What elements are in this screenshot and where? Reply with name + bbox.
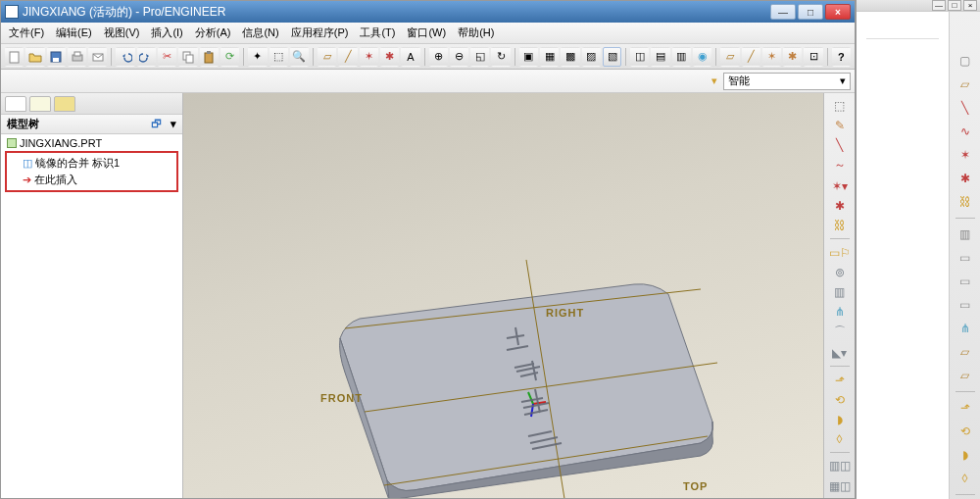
- tool-datum-point-icon[interactable]: ✶: [360, 47, 378, 67]
- tool-zoom-fit-icon[interactable]: ◱: [470, 47, 489, 67]
- sidebar-tab-favorites[interactable]: [54, 96, 75, 112]
- rtool-shell-icon[interactable]: ▥: [828, 283, 852, 300]
- rtool-draft-icon[interactable]: ⋔: [828, 303, 852, 320]
- tool-view-mgr-icon[interactable]: ◫: [630, 47, 649, 67]
- minimize-button[interactable]: —: [770, 4, 796, 20]
- rtool-flag-icon[interactable]: ▭⚐: [828, 244, 852, 261]
- tool-wireframe-icon[interactable]: ▣: [519, 47, 538, 67]
- sec-tool-chain-icon[interactable]: ⛓: [954, 192, 977, 212]
- tool-plane-disp-icon[interactable]: ▱: [720, 47, 739, 67]
- rtool-line-icon[interactable]: ╲: [828, 136, 852, 153]
- tool-orient-icon[interactable]: ↻: [491, 47, 510, 67]
- tree-menu-icon[interactable]: ▾: [171, 118, 176, 129]
- tool-save-icon[interactable]: [47, 47, 66, 67]
- menu-file[interactable]: 文件(F): [5, 24, 48, 42]
- tool-annot-disp-icon[interactable]: ⊡: [804, 47, 822, 67]
- rtool-revolve-icon[interactable]: ⟲: [828, 391, 852, 408]
- tool-annot-icon[interactable]: A: [401, 47, 419, 67]
- tool-paste-icon[interactable]: [200, 47, 219, 67]
- rtool-extrude-icon[interactable]: ⬏: [828, 372, 852, 388]
- sec-tool-rev-icon[interactable]: ⟲: [954, 422, 977, 441]
- menu-help[interactable]: 帮助(H): [454, 24, 498, 42]
- sec-tool-swp-icon[interactable]: ◗: [954, 445, 977, 465]
- sec-max-button[interactable]: □: [948, 0, 961, 11]
- sidebar-tab-layer[interactable]: [29, 96, 51, 112]
- tool-datum-plane-icon[interactable]: ▱: [318, 47, 336, 67]
- tool-layers-icon[interactable]: ▤: [651, 47, 669, 67]
- tool-help-icon[interactable]: ?: [832, 47, 851, 67]
- sec-tool-line-icon[interactable]: ╲: [954, 98, 977, 118]
- tool-shaded-icon[interactable]: ▨: [582, 47, 601, 67]
- tool-redo-icon[interactable]: [137, 47, 156, 67]
- tool-shaded-edges-icon[interactable]: ▧: [603, 47, 621, 67]
- sec-tool-plane-icon[interactable]: ▱: [954, 75, 977, 94]
- rtool-round-icon[interactable]: ⌒: [828, 323, 852, 341]
- rtool-edit-icon[interactable]: ✎: [828, 117, 852, 133]
- menu-analyze[interactable]: 分析(A): [191, 24, 235, 42]
- sec-tool-box2-icon[interactable]: ▭: [954, 248, 977, 268]
- rtool-pattern-icon[interactable]: ▦◫: [828, 477, 852, 494]
- sec-tool-page-icon[interactable]: ▢: [954, 51, 977, 71]
- rtool-spline-icon[interactable]: ～: [828, 156, 852, 175]
- menu-window[interactable]: 窗口(W): [403, 24, 450, 42]
- sec-tool-curve-icon[interactable]: ∿: [954, 122, 977, 141]
- tool-point-disp-icon[interactable]: ✶: [762, 47, 781, 67]
- sec-min-button[interactable]: —: [932, 0, 946, 11]
- sec-tool-ext-icon[interactable]: ⬏: [954, 398, 977, 418]
- rtool-sketch-icon[interactable]: ⬚: [828, 97, 852, 114]
- tool-regen-icon[interactable]: ⟳: [220, 47, 239, 67]
- rtool-chamfer-icon[interactable]: ◣▾: [828, 344, 852, 361]
- tool-new-icon[interactable]: [5, 47, 24, 67]
- tree-toggle-icon[interactable]: 🗗: [151, 118, 162, 129]
- rtool-blend-icon[interactable]: ◊: [828, 430, 852, 447]
- menu-info[interactable]: 信息(N): [238, 24, 282, 42]
- tree-item-insert-here[interactable]: ➔ 在此插入: [21, 172, 174, 188]
- tree-root-item[interactable]: JINGXIANG.PRT: [5, 136, 178, 150]
- tool-undo-icon[interactable]: [116, 47, 134, 67]
- tool-axis-disp-icon[interactable]: ╱: [742, 47, 760, 67]
- tool-zoom-in-icon[interactable]: ⊕: [429, 47, 448, 67]
- tree-item-mirror[interactable]: ◫ 镜像的合并 标识1: [21, 155, 174, 172]
- tool-copy-icon[interactable]: [178, 47, 197, 67]
- tool-cut-icon[interactable]: ✂: [158, 47, 176, 67]
- sec-tool-box3-icon[interactable]: ▭: [954, 272, 977, 291]
- sec-tool-bln-icon[interactable]: ◊: [954, 469, 977, 488]
- tool-center-icon[interactable]: ✦: [248, 47, 267, 67]
- sec-tool-box4-icon[interactable]: ▭: [954, 295, 977, 315]
- rtool-point-icon[interactable]: ✶▾: [828, 177, 852, 194]
- rtool-csys-icon[interactable]: ✱: [828, 197, 852, 214]
- tool-find-icon[interactable]: 🔍: [290, 47, 309, 67]
- rtool-sweep-icon[interactable]: ◗: [828, 411, 852, 427]
- tool-nohidden-icon[interactable]: ▩: [561, 47, 579, 67]
- tool-mail-icon[interactable]: [88, 47, 107, 67]
- sec-close-button[interactable]: ×: [963, 0, 977, 11]
- tool-appearance-icon[interactable]: ◉: [693, 47, 711, 67]
- secondary-field[interactable]: [866, 18, 939, 39]
- menu-insert[interactable]: 插入(I): [147, 24, 186, 42]
- tool-datum-axis-icon[interactable]: ╱: [338, 47, 357, 67]
- sec-tool-csys-icon[interactable]: ✱: [954, 169, 977, 188]
- tool-open-icon[interactable]: [25, 47, 44, 67]
- sec-tool-rect-icon[interactable]: ▥: [954, 225, 977, 244]
- tool-zoom-out-icon[interactable]: ⊖: [450, 47, 468, 67]
- maximize-button[interactable]: □: [798, 4, 823, 20]
- sec-tool-para2-icon[interactable]: ▱: [954, 366, 977, 385]
- tool-model-icon[interactable]: ▥: [672, 47, 691, 67]
- tool-print-icon[interactable]: [68, 47, 86, 67]
- tool-datum-csys-icon[interactable]: ✱: [380, 47, 399, 67]
- tool-csys-disp-icon[interactable]: ✱: [783, 47, 802, 67]
- rtool-chain-icon[interactable]: ⛓: [828, 217, 852, 233]
- selection-filter-dropdown[interactable]: 智能 ▾: [723, 73, 851, 90]
- secondary-viewport[interactable]: [857, 12, 949, 499]
- tool-select-icon[interactable]: ⬚: [270, 47, 288, 67]
- rtool-hole-icon[interactable]: ⊚: [828, 264, 852, 280]
- 3d-viewport[interactable]: FRONT RIGHT TOP: [183, 93, 823, 498]
- sec-tool-draft-icon[interactable]: ⋔: [954, 319, 977, 338]
- menu-apps[interactable]: 应用程序(P): [287, 24, 353, 42]
- sidebar-tab-model-tree[interactable]: [5, 96, 26, 112]
- menu-view[interactable]: 视图(V): [100, 24, 144, 42]
- close-button[interactable]: ×: [825, 4, 851, 20]
- rtool-mirror-icon[interactable]: ▥◫: [828, 458, 852, 474]
- menu-tools[interactable]: 工具(T): [356, 24, 399, 42]
- sec-tool-point-icon[interactable]: ✶: [954, 145, 977, 165]
